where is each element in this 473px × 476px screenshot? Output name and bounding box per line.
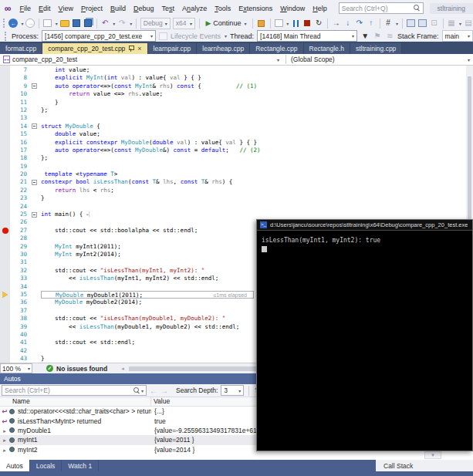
filter-threads-button[interactable]: ▼ [360,31,370,42]
continue-button[interactable]: ▶ Continue ▾ [203,18,248,29]
quick-launch-search-box[interactable]: Search (Ctrl+Q) [339,2,424,14]
scroll-left-icon[interactable]: ◂ [121,366,124,372]
search-previous-button[interactable]: ← [150,387,157,395]
gutter-cell[interactable] [0,243,10,251]
open-file-button[interactable] [60,18,69,29]
menu-test[interactable]: Test [158,3,179,14]
redo-button[interactable]: ↷ [117,18,127,29]
collapse-region-icon[interactable] [32,123,37,129]
gutter-cell[interactable] [0,323,10,331]
collapse-region-icon[interactable] [32,180,37,185]
tab-locals[interactable]: Locals [30,460,63,471]
gutter-cell[interactable] [0,283,10,291]
menu-analyze[interactable]: Analyze [178,3,211,14]
code-line[interactable]: 16 explicit constexpr MyDouble(double va… [0,139,466,147]
thread-dropdown[interactable]: [14168] Main Thread▾ [257,30,357,42]
navigate-back-button[interactable]: ← [8,18,18,29]
zoom-dropdown[interactable]: 100 %▾ [0,363,32,373]
lifecycle-dropdown-icon[interactable]: ▾ [225,33,227,39]
tab-compare_cpp_20_test-cpp[interactable]: compare_cpp_20_test.cpp× [42,43,147,54]
flag-threads-button[interactable]: ⚑ [373,31,382,42]
tab-watch-1[interactable]: Watch 1 [62,460,99,471]
pin-icon[interactable] [128,46,134,52]
menu-project[interactable]: Project [77,3,106,14]
snapshot-dropdown-icon[interactable]: ▾ [286,21,289,26]
gutter-cell[interactable] [0,275,10,282]
members-dropdown-icon[interactable]: ▾ [465,57,473,62]
break-all-button[interactable] [291,18,300,29]
code-line[interactable]: 22 return lhs < rhs; [0,187,466,194]
collapse-region-icon[interactable] [32,83,37,89]
gutter-cell[interactable] [0,178,10,186]
tab-learnpair-cpp[interactable]: learnpair.cpp [148,43,198,54]
gutter-cell[interactable] [0,235,10,242]
scrollbar-thumb[interactable] [468,76,471,238]
undo-button[interactable]: ↶ [100,18,110,29]
save-button[interactable] [72,18,81,29]
code-line[interactable]: 11 } [0,99,466,106]
fold-column[interactable] [32,123,41,129]
gutter-cell[interactable] [0,83,10,90]
new-file-dropdown-icon[interactable]: ▾ [56,21,58,26]
types-dropdown[interactable]: compare_cpp_20_test [12,56,77,63]
code-line[interactable]: 10 return value <=> rhs.value; [0,90,466,98]
gutter-cell[interactable] [0,123,10,130]
snapshot-button[interactable] [274,18,283,29]
process-dropdown[interactable]: [1456] compare_cpp_20_test.exe▾ [42,30,156,42]
expander-icon[interactable]: ▸ [3,437,6,443]
gutter-cell[interactable] [0,90,10,98]
code-line[interactable]: 15 double value; [0,130,466,138]
code-line[interactable]: 19 [0,163,466,170]
gutter-cell[interactable] [0,66,10,74]
hex-display-button[interactable]: # [383,18,393,29]
tab-format-cpp[interactable]: format.cpp [0,43,42,54]
disabled-tool-button-3[interactable]: ▤ [464,18,473,29]
console-output[interactable]: isLessThan(myInt1, myInt2): true [257,231,472,258]
tab-Rectangle-h[interactable]: Rectangle.h [304,43,350,54]
solution-configuration-dropdown[interactable]: Debug▾ [140,18,171,29]
gutter-cell[interactable] [0,251,10,258]
menu-edit[interactable]: Edit [35,3,55,14]
code-line[interactable]: 7 int value; [0,66,466,74]
gutter-cell[interactable] [0,99,10,106]
expand-toggle[interactable]: ▸ [0,436,9,444]
search-next-button[interactable]: → [160,387,168,395]
debug-console-window[interactable]: >_ d:\Users\jancu\source\repos\stltraini… [256,219,473,451]
redo-dropdown-icon[interactable]: ▾ [130,21,132,26]
members-dropdown[interactable]: (Global Scope) [291,56,465,63]
code-line[interactable]: 25int main() { ▸▏ [0,211,466,218]
search-depth-dropdown[interactable]: 3▾ [221,385,244,396]
toolbar-grip[interactable] [3,19,5,28]
code-line[interactable]: 23} [0,194,466,202]
breakpoint-indicator[interactable] [0,227,10,235]
gutter-cell[interactable] [0,114,10,122]
disabled-tool-button-2[interactable]: ▦ [447,18,456,29]
show-next-statement-button[interactable]: → [332,18,341,29]
step-out-button[interactable]: ↑ [367,18,376,29]
gutter-cell[interactable] [0,106,10,114]
code-line[interactable]: 12}; [0,106,466,114]
tab-learnheap-cpp[interactable]: learnheap.cpp [197,43,250,54]
code-line[interactable]: 21constexpr bool isLessThan(const T& lhs… [0,178,466,186]
lifecycle-events-button[interactable]: Lifecycle Events [171,32,221,40]
stack-frame-dropdown[interactable]: main▾ [442,30,473,42]
suspend-threads-button[interactable]: ≋ [385,31,394,42]
events-button[interactable] [418,18,427,29]
menu-tools[interactable]: Tools [211,3,235,14]
current-statement-indicator[interactable] [0,291,10,299]
code-line[interactable]: 13 [0,114,466,122]
gutter-cell[interactable] [0,147,10,154]
save-all-button[interactable] [83,18,93,29]
collapse-region-icon[interactable] [32,212,37,218]
menu-build[interactable]: Build [106,3,130,14]
code-line[interactable]: 18}; [0,154,466,162]
menu-file[interactable]: File [16,3,35,14]
search-options-icon[interactable]: ▾ [141,388,144,393]
gutter-cell[interactable] [0,74,10,82]
gutter-cell[interactable] [0,315,10,322]
fold-column[interactable] [32,180,41,185]
gutter-cell[interactable] [0,194,10,202]
expander-icon[interactable]: ▸ [3,428,6,434]
disabled-tool-button[interactable]: ⊡ [430,18,439,29]
code-line[interactable]: 17 auto operator<=>(const MyDouble&) con… [0,147,466,154]
